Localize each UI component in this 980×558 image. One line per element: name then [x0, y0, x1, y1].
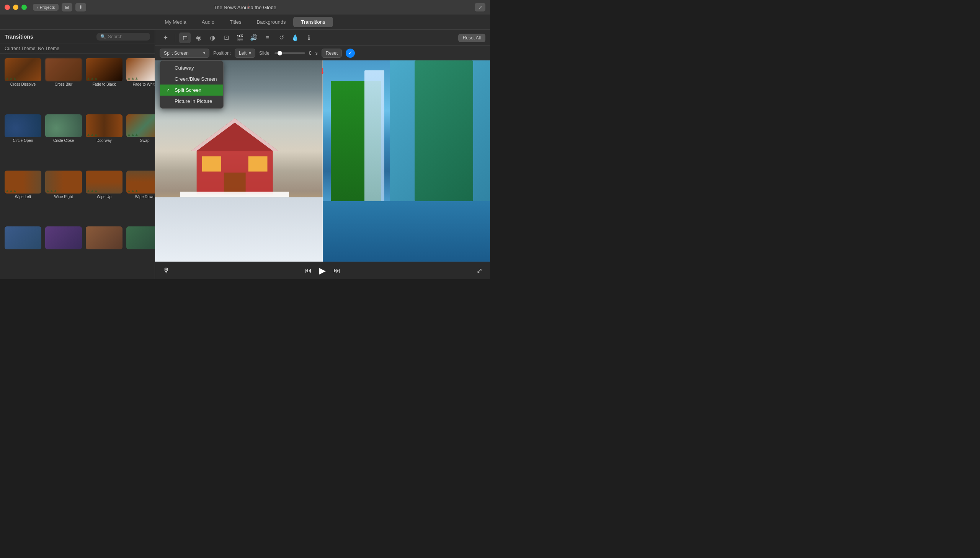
dropdown-item-green-blue-screen[interactable]: Green/Blue Screen	[160, 74, 223, 85]
view-toggle-button[interactable]: ⊞	[62, 3, 72, 11]
search-input[interactable]	[108, 34, 146, 39]
video-overlay-dropdown[interactable]: Split Screen ▾	[160, 49, 209, 58]
nav-titles[interactable]: Titles	[222, 17, 249, 27]
toolbar-separator-1	[175, 34, 175, 42]
transition-wipe-right[interactable]: Wipe Right	[44, 169, 84, 225]
toolbar: ✦ ◻ ◉ ◑ ⊡ 🎬 🔊 ≡ ↺ 💧 ℹ Reset All	[155, 30, 490, 46]
traffic-lights	[5, 5, 27, 10]
house-svg	[180, 100, 289, 201]
transition-label-circle-open: Circle Open	[13, 138, 33, 143]
close-button[interactable]	[5, 5, 10, 10]
projects-button[interactable]: ‹ Projects	[33, 4, 59, 11]
playback-bar: 🎙 ⏮ ▶ ⏭ ⤢	[155, 262, 490, 279]
nav-transitions[interactable]: Transitions	[293, 17, 333, 27]
confirm-button[interactable]: ✓	[346, 49, 355, 58]
transition-circle-close[interactable]: Circle Close	[44, 113, 84, 168]
transition-wipe-up[interactable]: Wipe Up	[84, 169, 124, 225]
transition-cross-blur[interactable]: Cross Blur	[44, 57, 84, 112]
panel-title: Transitions	[5, 34, 33, 40]
mic-icon[interactable]: 🎙	[163, 267, 170, 275]
transition-thumb-b3	[86, 226, 122, 249]
transition-thumb-circle-open	[5, 114, 41, 137]
color-wheels-icon[interactable]: ◑	[207, 33, 218, 43]
transition-thumb-wipe-down	[126, 171, 155, 194]
transition-label-swap: Swap	[140, 138, 149, 143]
transition-wipe-down[interactable]: Wipe Down	[125, 169, 155, 225]
dropdown-item-cutaway[interactable]: Cutaway	[160, 62, 223, 74]
equalizer-icon[interactable]: ≡	[262, 33, 273, 43]
chevron-left-icon: ‹	[37, 5, 38, 10]
skip-back-icon[interactable]: ⏮	[305, 267, 311, 275]
transition-label-fade-white: Fade to White	[133, 82, 155, 87]
dropdown-item-cutaway-label: Cutaway	[175, 65, 194, 71]
minimize-button[interactable]	[13, 5, 18, 10]
stabilization-icon[interactable]: 🎬	[234, 33, 246, 43]
auto-enhance-icon[interactable]: ✦	[160, 33, 171, 43]
skip-forward-icon[interactable]: ⏭	[333, 267, 340, 275]
pool	[323, 201, 490, 262]
cliff-right	[415, 61, 473, 201]
transition-cross-dissolve[interactable]: Cross Dissolve	[3, 57, 43, 112]
dropdown-item-pip[interactable]: Picture in Picture	[160, 95, 223, 107]
theme-label: Current Theme: No Theme	[0, 44, 155, 54]
speed-icon[interactable]: ↺	[276, 33, 287, 43]
nav-my-media[interactable]: My Media	[157, 17, 194, 27]
noise-reduction-icon[interactable]: 💧	[290, 33, 301, 43]
audio-icon[interactable]: 🔊	[248, 33, 260, 43]
slide-value: 0	[309, 51, 311, 56]
play-button[interactable]: ▶	[319, 266, 326, 276]
color-correction-icon[interactable]: ◉	[193, 33, 204, 43]
transition-thumb-cross-dissolve	[5, 58, 41, 81]
transition-thumb-b2	[45, 226, 82, 249]
nav-backgrounds[interactable]: Backgrounds	[249, 17, 294, 27]
red-arrow-preview: ↓	[320, 64, 325, 77]
expand-button[interactable]: ⤢	[475, 3, 486, 11]
svg-rect-5	[248, 156, 267, 172]
transition-b4[interactable]	[125, 225, 155, 276]
slide-track[interactable]	[275, 53, 305, 54]
preview-right	[323, 61, 490, 262]
transition-label-wipe-up: Wipe Up	[97, 195, 111, 199]
position-dropdown[interactable]: Left ▾	[235, 49, 255, 58]
svg-marker-1	[191, 118, 278, 151]
fullscreen-preview-icon[interactable]: ⤢	[477, 267, 483, 275]
transition-thumb-b4	[126, 226, 155, 249]
reset-all-button[interactable]: Reset All	[458, 34, 486, 42]
transition-thumb-wipe-up	[86, 171, 122, 194]
slide-label: Slide:	[259, 51, 271, 56]
transition-label-cross-blur: Cross Blur	[55, 82, 73, 87]
transition-wipe-left[interactable]: Wipe Left	[3, 169, 43, 225]
slide-unit: s	[315, 51, 318, 56]
dropdown-item-split-screen[interactable]: ✓ Split Screen	[160, 85, 223, 95]
transition-thumb-swap	[126, 114, 155, 137]
transition-doorway[interactable]: Doorway	[84, 113, 124, 168]
transition-b1[interactable]	[3, 225, 43, 276]
download-button[interactable]: ⬇	[76, 3, 86, 11]
crop-icon[interactable]: ◻	[179, 33, 191, 43]
chevron-down-icon: ▾	[203, 51, 205, 55]
transitions-grid: Cross Dissolve Cross Blur Fade to Black …	[0, 54, 155, 279]
titlebar-left: ‹ Projects ⊞ ⬇	[33, 3, 86, 11]
transition-fade-black[interactable]: Fade to Black	[84, 57, 124, 112]
reset-button[interactable]: Reset	[321, 49, 342, 58]
nav-audio[interactable]: Audio	[194, 17, 222, 27]
panel-header: Transitions 🔍	[0, 30, 155, 44]
transition-thumb-circle-close	[45, 114, 82, 137]
crop-tool-icon[interactable]: ⊡	[221, 33, 232, 43]
transitions-panel: Transitions 🔍 Current Theme: No Theme Cr…	[0, 30, 155, 279]
controls-bar: Split Screen ▾ Cutaway Green/Blue Screen…	[155, 46, 490, 61]
fullscreen-button[interactable]	[21, 5, 27, 10]
checkmark-icon: ✓	[166, 88, 171, 93]
dropdown-label: Split Screen	[164, 51, 189, 56]
house-element	[180, 100, 289, 201]
transition-b3[interactable]	[84, 225, 124, 276]
transition-fade-white[interactable]: Fade to White	[125, 57, 155, 112]
search-box[interactable]: 🔍	[97, 33, 150, 41]
info-icon[interactable]: ℹ	[303, 33, 315, 43]
transition-thumb-wipe-right	[45, 171, 82, 194]
transition-thumb-fade-white	[126, 58, 155, 81]
transition-label-cross-dissolve: Cross Dissolve	[10, 82, 36, 87]
transition-b2[interactable]	[44, 225, 84, 276]
transition-swap[interactable]: Swap	[125, 113, 155, 168]
transition-circle-open[interactable]: Circle Open	[3, 113, 43, 168]
